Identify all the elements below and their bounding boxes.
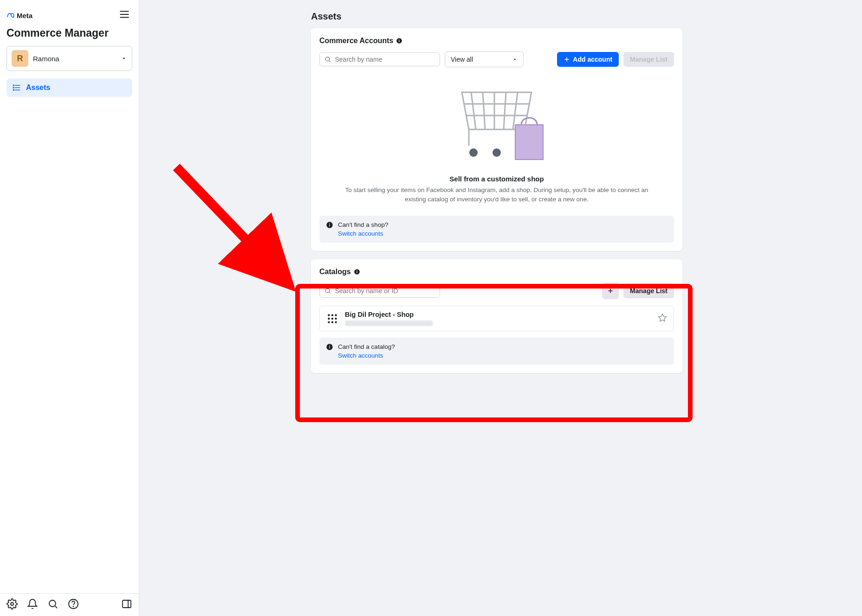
svg-marker-53 xyxy=(659,314,667,321)
shopping-cart-illustration xyxy=(443,83,550,167)
svg-rect-14 xyxy=(123,600,131,608)
svg-point-47 xyxy=(328,317,330,319)
svg-point-32 xyxy=(493,148,501,157)
commerce-filter-label: View all xyxy=(451,56,473,63)
svg-rect-55 xyxy=(329,346,330,349)
svg-line-23 xyxy=(483,92,485,129)
catalogs-search-input-wrapper[interactable] xyxy=(319,284,440,298)
svg-point-51 xyxy=(331,321,333,323)
info-badge-icon xyxy=(326,343,333,353)
gear-icon xyxy=(6,598,18,610)
add-account-button[interactable]: Add account xyxy=(557,52,619,67)
manage-list-button-disabled: Manage List xyxy=(623,52,674,67)
collapse-sidebar-button[interactable] xyxy=(121,598,132,611)
svg-point-9 xyxy=(11,603,13,605)
svg-point-37 xyxy=(329,223,330,224)
svg-rect-34 xyxy=(515,125,543,160)
app-title: Commerce Manager xyxy=(6,27,132,39)
plus-icon xyxy=(607,288,614,294)
svg-point-49 xyxy=(335,317,337,319)
catalogs-manage-list-button[interactable]: Manage List xyxy=(623,283,674,298)
svg-point-45 xyxy=(331,314,333,316)
svg-point-10 xyxy=(49,600,56,607)
star-icon xyxy=(658,313,667,322)
svg-point-6 xyxy=(13,85,14,86)
commerce-filter-select[interactable]: View all xyxy=(445,51,524,67)
svg-point-48 xyxy=(331,317,333,319)
notifications-button[interactable] xyxy=(27,598,38,611)
account-avatar: R xyxy=(12,50,28,67)
help-icon xyxy=(68,598,79,610)
svg-point-50 xyxy=(328,321,330,323)
hamburger-icon xyxy=(118,8,130,20)
account-selector[interactable]: R Ramona xyxy=(6,46,132,71)
catalogs-card: Catalogs i Manage List xyxy=(311,259,682,373)
catalog-name: Big Dil Project - Shop xyxy=(345,311,433,318)
bell-icon xyxy=(27,598,38,610)
catalogs-manage-list-label: Manage List xyxy=(630,287,668,295)
grid-icon xyxy=(326,313,338,325)
help-button[interactable] xyxy=(68,598,79,611)
search-button[interactable] xyxy=(47,598,58,611)
panel-collapse-icon xyxy=(121,598,132,610)
svg-point-56 xyxy=(329,345,330,346)
svg-point-31 xyxy=(469,148,478,157)
svg-point-52 xyxy=(335,321,337,323)
svg-point-46 xyxy=(335,314,337,316)
search-icon xyxy=(47,598,58,610)
list-icon xyxy=(12,83,21,92)
commerce-banner-text: Can't find a shop? xyxy=(338,221,388,228)
add-account-label: Add account xyxy=(573,56,612,63)
catalog-subtext-blurred xyxy=(345,321,433,326)
svg-line-22 xyxy=(471,92,476,129)
svg-point-13 xyxy=(73,606,74,607)
account-name: Ramona xyxy=(33,55,116,63)
sidebar: Meta Commerce Manager R Ramona Assets xyxy=(0,0,139,616)
manage-list-label: Manage List xyxy=(630,56,668,63)
meta-brand-text: Meta xyxy=(17,12,32,19)
info-icon[interactable]: i xyxy=(396,38,402,44)
plus-icon xyxy=(564,56,570,63)
page-title: Assets xyxy=(311,11,682,22)
commerce-search-input[interactable] xyxy=(335,56,435,63)
sidebar-footer xyxy=(0,593,139,616)
empty-title: Sell from a customized shop xyxy=(338,175,655,183)
info-badge-icon xyxy=(326,221,333,231)
svg-line-19 xyxy=(329,61,331,62)
favorite-button[interactable] xyxy=(658,313,667,324)
commerce-accounts-title: Commerce Accounts i xyxy=(319,37,674,45)
svg-text:i: i xyxy=(399,39,400,43)
caret-down-icon xyxy=(121,55,127,62)
catalogs-search-input[interactable] xyxy=(335,287,435,295)
svg-rect-36 xyxy=(329,225,330,227)
sidebar-item-assets[interactable]: Assets xyxy=(6,78,132,97)
empty-description: To start selling your items on Facebook … xyxy=(338,186,655,204)
svg-line-26 xyxy=(513,92,518,129)
svg-point-40 xyxy=(325,289,329,292)
catalogs-info-banner: Can't find a catalog? Switch accounts xyxy=(319,338,674,365)
add-catalog-button[interactable] xyxy=(602,282,619,299)
caret-down-icon xyxy=(512,57,518,62)
search-icon xyxy=(324,56,331,63)
svg-point-44 xyxy=(328,314,330,316)
main-content: Assets Commerce Accounts i View all xyxy=(139,0,862,616)
commerce-search-input-wrapper[interactable] xyxy=(319,52,440,66)
catalogs-title: Catalogs i xyxy=(319,268,674,276)
svg-line-11 xyxy=(55,606,57,608)
catalogs-switch-accounts-link[interactable]: Switch accounts xyxy=(338,352,395,359)
svg-point-7 xyxy=(13,87,14,88)
svg-line-25 xyxy=(504,92,506,129)
svg-point-18 xyxy=(325,57,329,61)
commerce-info-banner: Can't find a shop? Switch accounts xyxy=(319,216,674,243)
catalog-item[interactable]: Big Dil Project - Shop xyxy=(319,306,674,331)
settings-button[interactable] xyxy=(6,598,18,611)
search-icon xyxy=(324,287,331,295)
switch-accounts-link[interactable]: Switch accounts xyxy=(338,230,388,237)
commerce-empty-state: Sell from a customized shop To start sel… xyxy=(319,74,674,208)
meta-logo[interactable]: Meta xyxy=(6,11,32,19)
menu-toggle-button[interactable] xyxy=(117,6,132,24)
svg-point-8 xyxy=(13,90,14,90)
commerce-accounts-card: Commerce Accounts i View all xyxy=(311,28,682,251)
sidebar-item-label: Assets xyxy=(26,83,50,92)
info-icon[interactable]: i xyxy=(354,269,360,275)
